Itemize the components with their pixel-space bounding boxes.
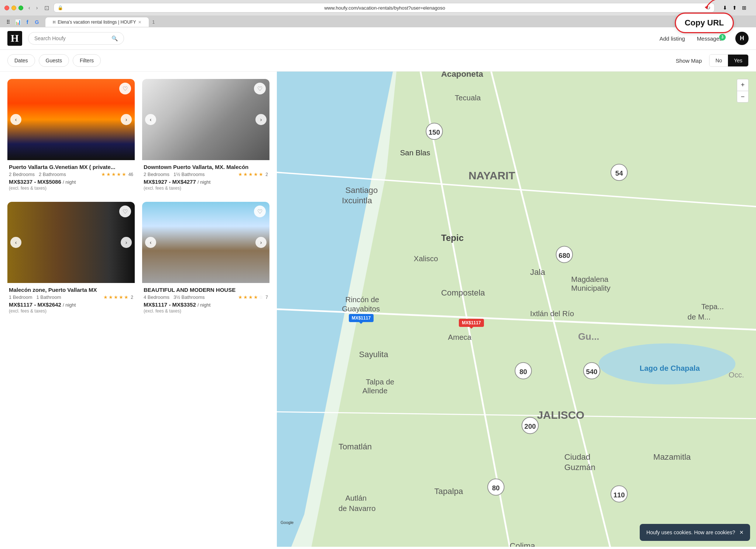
- guests-filter-button[interactable]: Guests: [39, 54, 69, 67]
- listing-title: Downtown Puerto Vallarta, MX. Malecón: [144, 164, 268, 170]
- listing-price: MX$1927 - MX$4277 / night: [144, 179, 268, 185]
- listing-card[interactable]: ♡ ‹ › Puerto Vallarta G.Venetian MX ( pr…: [7, 79, 135, 194]
- svg-text:Ameca: Ameca: [448, 333, 472, 341]
- svg-text:Magdalena: Magdalena: [571, 275, 608, 283]
- listing-stars: ★★★★★ 2: [238, 172, 268, 177]
- svg-text:Occ.: Occ.: [729, 371, 744, 379]
- favorite-button[interactable]: ♡: [119, 83, 131, 94]
- listing-fees: (excl. fees & taxes): [144, 186, 268, 191]
- listing-card[interactable]: ♡ ‹ › Malecón zone, Puerto Vallarta MX 1…: [7, 202, 135, 317]
- carousel-next-button[interactable]: ›: [121, 114, 132, 125]
- filters-filter-button[interactable]: Filters: [73, 54, 101, 67]
- listing-meta: 2 Bedrooms 1½ Bathrooms ★★★★★ 2: [144, 172, 268, 177]
- lock-icon: 🔒: [58, 5, 63, 10]
- copy-url-annotation: Copy URL: [675, 13, 734, 33]
- carousel-prev-button[interactable]: ‹: [145, 237, 156, 248]
- listing-image: ♡ ‹ ›: [7, 79, 135, 160]
- listing-title: BEAUTIFUL AND MODERN HOUSE: [144, 287, 268, 293]
- messages-button[interactable]: Messages 3: [695, 32, 724, 45]
- svg-text:Tecuala: Tecuala: [455, 94, 481, 102]
- map-container: 150 680 54 80 540 200 80 110 Lago de Cha…: [277, 72, 756, 547]
- listing-stars: ★★★★★ 46: [101, 172, 133, 177]
- browser-tab-bar: ⠿ 📊 f G H Elena's vacation rental listin…: [0, 15, 756, 27]
- svg-text:540: 540: [586, 368, 598, 376]
- browser-chrome: ‹ › ⊡ 🔒 www.houfy.com/vacation-rentals/b…: [0, 0, 756, 27]
- google-icon: G: [33, 18, 41, 26]
- listing-info: Malecón zone, Puerto Vallarta MX 1 Bedro…: [7, 283, 135, 317]
- svg-text:Allende: Allende: [362, 387, 388, 395]
- svg-text:54: 54: [615, 169, 623, 177]
- svg-text:Gu...: Gu...: [578, 331, 599, 342]
- carousel-next-button[interactable]: ›: [255, 237, 267, 248]
- back-button[interactable]: ‹: [26, 4, 32, 11]
- svg-text:680: 680: [559, 252, 570, 259]
- share-icon: ⬆: [731, 4, 738, 11]
- dates-filter-button[interactable]: Dates: [7, 54, 35, 67]
- svg-text:Tepic: Tepic: [441, 233, 464, 243]
- address-bar[interactable]: 🔒 www.houfy.com/vacation-rentals/byhost?…: [54, 3, 715, 13]
- show-map-label: Show Map: [676, 58, 702, 64]
- svg-marker-0: [705, 6, 708, 10]
- map-toggle-group: No Yes: [709, 54, 749, 67]
- favorite-button[interactable]: ♡: [119, 206, 131, 217]
- carousel-prev-button[interactable]: ‹: [145, 114, 156, 125]
- svg-text:80: 80: [492, 484, 500, 492]
- copy-url-bubble[interactable]: Copy URL: [675, 13, 734, 33]
- stats-icon: 📊: [14, 18, 21, 26]
- app-header: H 🔍 Add listing Messages 3 H: [0, 27, 756, 50]
- houfy-logo[interactable]: H: [7, 31, 22, 46]
- svg-text:Rincón de: Rincón de: [345, 296, 379, 304]
- maximize-window-button[interactable]: [18, 6, 23, 10]
- tab-close-button[interactable]: ✕: [138, 20, 141, 25]
- svg-text:Mazamitla: Mazamitla: [653, 452, 691, 462]
- tab-favicon: H: [53, 20, 55, 24]
- map-controls: + −: [737, 79, 749, 103]
- listing-info: Puerto Vallarta G.Venetian MX ( private.…: [7, 160, 135, 194]
- svg-text:Sayulita: Sayulita: [359, 350, 389, 359]
- svg-text:200: 200: [525, 423, 536, 431]
- carousel-next-button[interactable]: ›: [121, 237, 132, 248]
- svg-text:110: 110: [614, 491, 625, 499]
- forward-button[interactable]: ›: [34, 4, 40, 11]
- carousel-next-button[interactable]: ›: [255, 114, 267, 125]
- svg-text:Tapalpa: Tapalpa: [434, 487, 463, 496]
- price-pin-red-label: MX$1117: [462, 320, 481, 325]
- sidebar-icon: ⊡: [44, 4, 49, 11]
- zoom-in-button[interactable]: +: [737, 79, 749, 91]
- carousel-prev-button[interactable]: ‹: [10, 237, 21, 248]
- minimize-window-button[interactable]: [11, 6, 16, 10]
- listing-meta: 2 Bedrooms 2 Bathrooms ★★★★★ 46: [9, 172, 133, 177]
- listing-stars: ★★★★☆ 7: [238, 294, 268, 300]
- cookie-close-button[interactable]: ×: [739, 529, 743, 536]
- close-window-button[interactable]: [4, 6, 9, 10]
- listing-card[interactable]: ♡ ‹ › BEAUTIFUL AND MODERN HOUSE 4 Bedro…: [142, 202, 269, 317]
- map-toggle-yes[interactable]: Yes: [728, 55, 748, 66]
- favorite-button[interactable]: ♡: [254, 206, 266, 217]
- listing-rooms: 2 Bedrooms 1½ Bathrooms: [144, 172, 205, 177]
- listing-price: MX$1117 - MX$3352 / night: [144, 301, 268, 308]
- svg-text:Ciudad: Ciudad: [564, 452, 591, 462]
- price-pin-blue[interactable]: MX$1117: [349, 314, 374, 322]
- listing-title: Malecón zone, Puerto Vallarta MX: [9, 287, 133, 293]
- filter-bar: Dates Guests Filters Show Map No Yes: [0, 50, 756, 72]
- cookie-text: Houfy uses cookies. How are cookies?: [646, 529, 735, 535]
- listing-card[interactable]: ♡ ‹ › Downtown Puerto Vallarta, MX. Male…: [142, 79, 269, 194]
- search-box[interactable]: 🔍: [28, 32, 124, 45]
- favorite-button[interactable]: ♡: [254, 83, 266, 94]
- svg-text:JALISCO: JALISCO: [537, 409, 585, 421]
- map-toggle-no[interactable]: No: [709, 55, 728, 66]
- svg-text:de Navarro: de Navarro: [339, 504, 376, 512]
- map-panel[interactable]: 150 680 54 80 540 200 80 110 Lago de Cha…: [277, 72, 756, 547]
- price-pin-red[interactable]: MX$1117: [459, 319, 484, 327]
- copy-url-label: Copy URL: [685, 18, 724, 27]
- logo-letter: H: [11, 32, 19, 44]
- user-avatar[interactable]: H: [735, 32, 749, 45]
- add-listing-button[interactable]: Add listing: [655, 32, 689, 45]
- svg-text:Talpa de: Talpa de: [366, 378, 394, 386]
- svg-text:Santiago: Santiago: [345, 186, 378, 195]
- zoom-out-button[interactable]: −: [737, 91, 749, 103]
- active-browser-tab[interactable]: H Elena's vacation rental listings | HOU…: [45, 17, 149, 27]
- search-input[interactable]: [34, 35, 109, 41]
- traffic-lights: [4, 6, 23, 10]
- carousel-prev-button[interactable]: ‹: [10, 114, 21, 125]
